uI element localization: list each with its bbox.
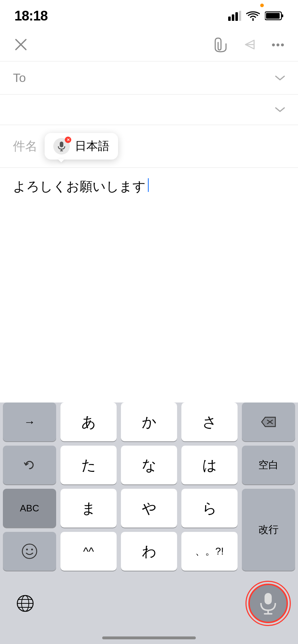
key-enter[interactable]: 改行 xyxy=(242,489,295,571)
keyboard-bottom-row xyxy=(0,578,298,632)
language-tooltip: ✕ 日本語 xyxy=(45,133,118,160)
wifi-icon xyxy=(246,11,260,21)
text-cursor xyxy=(148,178,149,192)
svg-point-17 xyxy=(26,549,28,551)
svg-rect-2 xyxy=(235,12,238,21)
send-button[interactable] xyxy=(243,37,257,53)
mic-circle-border xyxy=(245,581,291,626)
home-bar xyxy=(102,636,196,639)
more-icon: ••• xyxy=(271,39,285,51)
to-label: To xyxy=(13,71,26,85)
send-icon xyxy=(243,37,257,52)
svg-point-16 xyxy=(22,544,37,558)
key-space[interactable]: 空白 xyxy=(242,446,295,484)
message-body-area[interactable]: よろしくお願いします xyxy=(0,168,298,312)
key-ra[interactable]: ら xyxy=(181,489,238,528)
status-icons xyxy=(228,11,284,21)
key-punct[interactable]: 、。?! xyxy=(181,532,238,571)
svg-point-18 xyxy=(31,549,33,551)
key-wa[interactable]: わ xyxy=(121,532,177,571)
key-sa[interactable]: さ xyxy=(181,402,238,441)
svg-rect-1 xyxy=(232,14,234,21)
keyboard-row-3: ABC ま や ら 改行 xyxy=(3,489,295,528)
more-button[interactable]: ••• xyxy=(271,39,285,51)
cc-field[interactable] xyxy=(0,95,298,125)
key-ma[interactable]: ま xyxy=(60,489,117,528)
keyboard-row-1: → あ か さ xyxy=(3,402,295,441)
message-text: よろしくお願いします xyxy=(13,179,146,194)
cc-chevron-icon xyxy=(275,104,285,115)
close-icon xyxy=(13,37,29,52)
key-ha[interactable]: は xyxy=(181,446,238,484)
key-ta[interactable]: た xyxy=(60,446,117,484)
key-a[interactable]: あ xyxy=(60,402,117,441)
subject-label: 件名 xyxy=(13,138,37,155)
svg-rect-24 xyxy=(265,593,272,604)
key-tenten[interactable]: ^^ xyxy=(60,532,117,571)
key-undo[interactable] xyxy=(3,446,56,484)
signal-icon xyxy=(228,11,241,21)
key-emoji[interactable] xyxy=(3,532,56,571)
tooltip-language: 日本語 xyxy=(75,138,109,154)
key-ya[interactable]: や xyxy=(121,489,177,528)
keyboard-row-2: た な は 空白 xyxy=(3,446,295,484)
key-arrow[interactable]: → xyxy=(3,402,56,441)
compose-toolbar: ••• xyxy=(0,29,298,61)
mic-large-button[interactable] xyxy=(248,584,288,623)
key-backspace[interactable] xyxy=(242,402,295,441)
mic-x-icon: ✕ xyxy=(65,137,71,143)
battery-icon xyxy=(265,11,284,21)
keyboard-rows: → あ か さ た な は 空白 ABC ま や ら 改行 xyxy=(0,402,298,578)
attach-icon xyxy=(213,37,228,52)
svg-rect-0 xyxy=(228,17,231,21)
attach-button[interactable] xyxy=(213,37,228,54)
orange-dot xyxy=(260,4,264,7)
status-bar: 18:18 xyxy=(0,0,298,29)
key-na[interactable]: な xyxy=(121,446,177,484)
close-button[interactable] xyxy=(13,37,29,54)
keyboard: → あ か さ た な は 空白 ABC ま や ら 改行 xyxy=(0,402,298,644)
to-chevron-icon xyxy=(275,72,285,84)
mic-small-icon: ✕ xyxy=(53,138,70,155)
globe-button[interactable] xyxy=(7,589,43,618)
svg-rect-6 xyxy=(266,13,280,19)
mic-large-icon xyxy=(259,592,277,615)
svg-rect-5 xyxy=(281,14,283,17)
key-abc[interactable]: ABC xyxy=(3,489,56,528)
home-indicator xyxy=(0,632,298,644)
to-field[interactable]: To xyxy=(0,61,298,95)
svg-rect-3 xyxy=(239,11,241,21)
svg-rect-11 xyxy=(60,142,63,147)
status-time: 18:18 xyxy=(14,8,48,24)
key-ka[interactable]: か xyxy=(121,402,177,441)
subject-field[interactable]: 件名 ✕ 日本語 xyxy=(0,125,298,168)
